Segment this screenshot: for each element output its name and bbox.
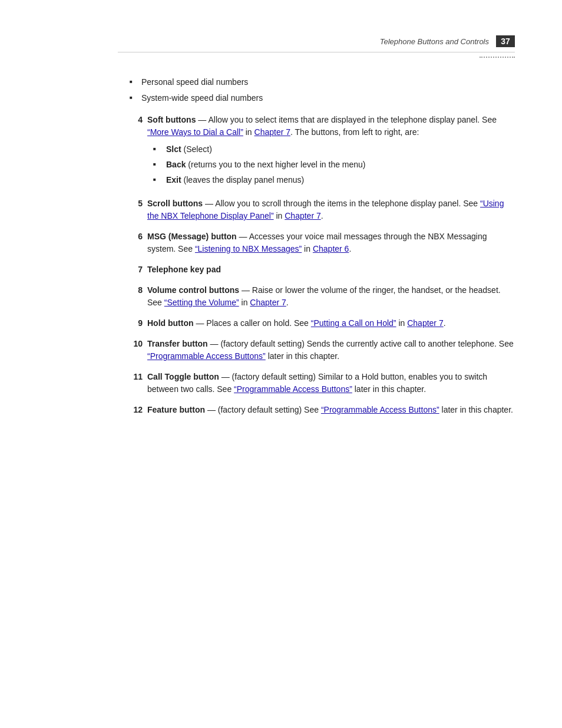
item-link-2[interactable]: Chapter 7 — [254, 127, 290, 137]
item-link-1[interactable]: “Putting a Call on Hold” — [311, 318, 396, 328]
sub-item-bold: Exit — [166, 175, 181, 185]
item-number-11: 11 — [124, 371, 143, 396]
item-content-9: Hold button — Places a caller on hold. S… — [147, 317, 515, 330]
item-link-2[interactable]: Chapter 6 — [313, 244, 349, 253]
sub-bullet-list: Slct (Select) Back (returns you to the n… — [147, 143, 515, 186]
list-item: 11 Call Toggle button — (factory default… — [124, 371, 515, 396]
item-text: — Allow you to select items that are dis… — [196, 115, 497, 124]
item-content-12: Feature button — (factory default settin… — [147, 404, 515, 416]
item-number-10: 10 — [124, 338, 143, 363]
numbered-list: 4 Soft buttons — Allow you to select ite… — [118, 114, 515, 416]
item-number-7: 7 — [124, 263, 143, 276]
item-link-1[interactable]: “Programmable Access Buttons” — [321, 405, 439, 414]
item-number-12: 12 — [124, 404, 143, 416]
dot-border-decoration — [480, 57, 515, 58]
item-middle-text: in — [396, 318, 408, 328]
item-link-1[interactable]: “Programmable Access Buttons” — [234, 384, 352, 394]
item-number-9: 9 — [124, 317, 143, 330]
item-content-7: Telephone key pad — [147, 263, 515, 276]
item-link-1[interactable]: “Setting the Volume” — [164, 298, 239, 307]
item-link-1[interactable]: “Programmable Access Buttons” — [147, 351, 266, 361]
item-bold-label: Soft buttons — [147, 115, 196, 124]
sub-list-item: Back (returns you to the next higher lev… — [153, 159, 515, 171]
top-bullet-list: Personal speed dial numbers System-wide … — [118, 76, 515, 104]
item-after-text: . — [349, 244, 351, 253]
item-after-text: . — [444, 318, 446, 328]
list-item: Personal speed dial numbers — [130, 76, 515, 88]
list-item: 5 Scroll buttons — Allow you to scroll t… — [124, 197, 515, 222]
item-bold-label: Hold button — [147, 318, 194, 328]
item-middle-text: in — [239, 298, 250, 307]
item-content-4: Soft buttons — Allow you to select items… — [147, 114, 515, 189]
list-item: 9 Hold button — Places a caller on hold.… — [124, 317, 515, 330]
item-bold-label: Telephone key pad — [147, 265, 221, 274]
page-header: Telephone Buttons and Controls 37 — [118, 35, 515, 52]
item-content-11: Call Toggle button — (factory default se… — [147, 371, 515, 396]
item-link-2[interactable]: Chapter 7 — [250, 298, 286, 307]
item-text: — Places a caller on hold. See — [194, 318, 311, 328]
item-after-text: later in this chapter. — [439, 405, 513, 414]
item-content-5: Scroll buttons — Allow you to scroll thr… — [147, 197, 515, 222]
item-link-1[interactable]: “Listening to NBX Messages” — [195, 244, 302, 253]
item-bold-label: Call Toggle button — [147, 372, 219, 381]
sub-item-text: (Select) — [181, 144, 212, 154]
item-after-text: later in this chapter. — [352, 384, 426, 394]
sub-item-bold: Back — [166, 160, 186, 169]
item-bold-label: Transfer button — [147, 339, 208, 348]
list-item: 8 Volume control buttons — Raise or lowe… — [124, 284, 515, 309]
item-middle-text: in — [274, 211, 285, 220]
item-bold-label: MSG (Message) button — [147, 232, 237, 241]
item-text: — (factory default setting) Sends the cu… — [208, 339, 514, 348]
item-content-6: MSG (Message) button — Accesses your voi… — [147, 230, 515, 255]
item-number-8: 8 — [124, 284, 143, 309]
main-content: Personal speed dial numbers System-wide … — [118, 76, 515, 416]
sub-list-item: Exit (leaves the display panel menus) — [153, 174, 515, 186]
item-link-2[interactable]: Chapter 7 — [285, 211, 320, 220]
header-title: Telephone Buttons and Controls — [380, 37, 489, 46]
item-after-text: . — [286, 298, 289, 307]
item-bold-label: Feature button — [147, 405, 205, 414]
item-after-text: . The buttons, from left to right, are: — [290, 127, 419, 137]
page-number: 37 — [496, 35, 515, 47]
sub-item-text: (leaves the display panel menus) — [181, 175, 305, 185]
item-after-text: . — [321, 211, 323, 220]
item-text: — Allow you to scroll through the items … — [203, 199, 480, 208]
item-number-6: 6 — [124, 230, 143, 255]
page: Telephone Buttons and Controls 37 Person… — [0, 0, 562, 728]
list-item: 4 Soft buttons — Allow you to select ite… — [124, 114, 515, 189]
sub-item-bold: Slct — [166, 144, 181, 154]
item-middle-text: in — [302, 244, 313, 253]
item-text: — (factory default setting) See — [205, 405, 321, 414]
item-content-10: Transfer button — (factory default setti… — [147, 338, 515, 363]
item-content-8: Volume control buttons — Raise or lower … — [147, 284, 515, 309]
list-item: System-wide speed dial numbers — [130, 92, 515, 104]
list-item: 10 Transfer button — (factory default se… — [124, 338, 515, 363]
item-number-4: 4 — [124, 114, 143, 189]
item-bold-label: Volume control buttons — [147, 285, 239, 295]
item-number-5: 5 — [124, 197, 143, 222]
item-link-1[interactable]: “More Ways to Dial a Call” — [147, 127, 243, 137]
list-item: 12 Feature button — (factory default set… — [124, 404, 515, 416]
item-middle-text: in — [243, 127, 254, 137]
item-link-2[interactable]: Chapter 7 — [407, 318, 443, 328]
item-after-text: later in this chapter. — [266, 351, 339, 361]
list-item: 6 MSG (Message) button — Accesses your v… — [124, 230, 515, 255]
list-item: 7 Telephone key pad — [124, 263, 515, 276]
sub-item-text: (returns you to the next higher level in… — [186, 160, 365, 169]
item-bold-label: Scroll buttons — [147, 199, 203, 208]
sub-list-item: Slct (Select) — [153, 143, 515, 156]
